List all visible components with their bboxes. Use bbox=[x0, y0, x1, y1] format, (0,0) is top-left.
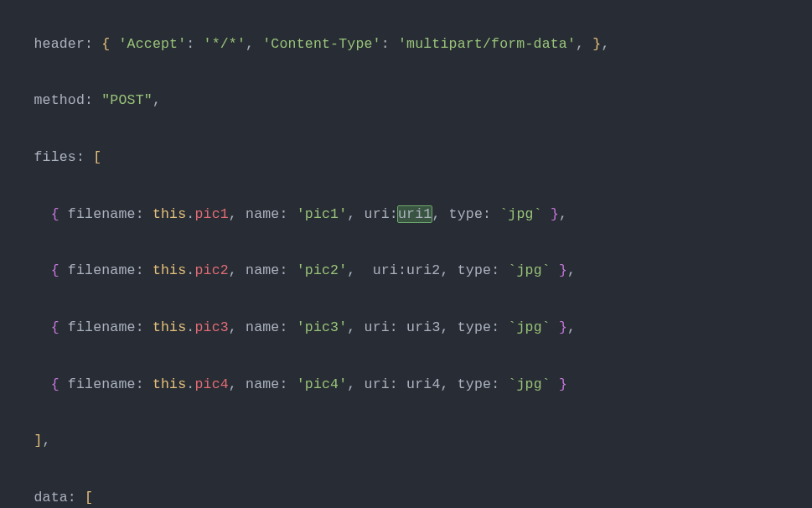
code-line[interactable]: files: [ bbox=[0, 143, 812, 172]
code-editor[interactable]: header: { 'Accept': '*/*', 'Content-Type… bbox=[0, 0, 812, 508]
code-line[interactable]: data: [ bbox=[0, 484, 812, 508]
code-line[interactable]: { filename: this.pic2, name: 'pic2', uri… bbox=[0, 257, 812, 285]
code-line[interactable]: { filename: this.pic4, name: 'pic4', uri… bbox=[0, 371, 812, 399]
prop-key: header bbox=[34, 36, 85, 52]
code-line[interactable]: { filename: this.pic3, name: 'pic3', uri… bbox=[0, 314, 812, 342]
highlighted-token: uri1 bbox=[398, 206, 432, 222]
code-line[interactable]: ], bbox=[0, 427, 812, 455]
code-line[interactable]: header: { 'Accept': '*/*', 'Content-Type… bbox=[0, 30, 812, 59]
code-line[interactable]: { filename: this.pic1, name: 'pic1', uri… bbox=[0, 200, 812, 229]
code-line[interactable]: method: "POST", bbox=[0, 86, 812, 115]
